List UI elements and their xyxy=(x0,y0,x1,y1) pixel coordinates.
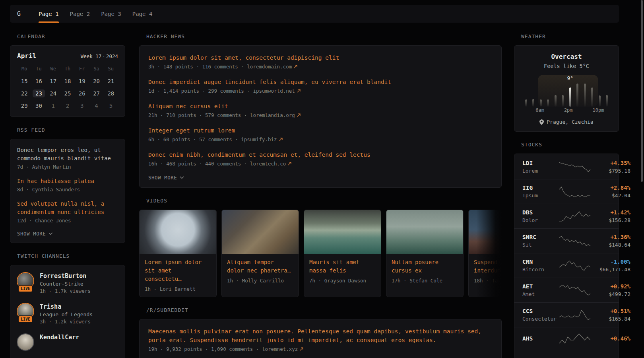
calendar-day[interactable]: 22 xyxy=(17,88,31,99)
hackernews-item-meta: 6h · 60 points · 57 comments · ipsumify.… xyxy=(148,136,493,142)
video-thumbnail[interactable] xyxy=(140,210,216,254)
hackernews-item-title[interactable]: Lorem ipsum dolor sit amet, consectetur … xyxy=(148,53,493,62)
video-card[interactable]: Aliquam tempor dolor nec pharetra… 1h · … xyxy=(221,210,299,297)
temperature-bar xyxy=(532,99,534,107)
hackernews-item-title[interactable]: Donec imperdiet augue tincidunt felis al… xyxy=(148,78,493,86)
video-card[interactable]: Suspendisse interdum diam 18h · Tara xyxy=(468,210,502,297)
external-link-icon[interactable] xyxy=(279,138,283,141)
meta-text: 16h · 468 points · 440 comments · loremt… xyxy=(148,161,286,167)
video-meta: 18h · Tara xyxy=(474,278,502,284)
calendar-day-number: 5 xyxy=(107,102,115,110)
video-title[interactable]: Aliquam tempor dolor nec pharetra… xyxy=(227,258,293,275)
video-thumbnail[interactable] xyxy=(469,210,502,254)
video-card[interactable]: Nullam posuere cursus ex 17h · Stefan Co… xyxy=(386,210,464,297)
calendar-day[interactable]: 29 xyxy=(17,100,31,111)
channel-name[interactable]: ForrestBurton xyxy=(40,272,91,280)
calendar-day-number: 22 xyxy=(18,90,31,97)
subreddit-post-title[interactable]: Maecenas mollis pulvinar erat non posuer… xyxy=(148,327,493,344)
page-tab[interactable]: Page 2 xyxy=(70,5,90,23)
stock-row[interactable]: AET Amet +0.92% $499.72 xyxy=(514,278,619,302)
calendar-day[interactable]: 30 xyxy=(31,100,46,111)
twitch-channel-row[interactable]: LIVE ForrestBurton Counter-Strike 1h · 1… xyxy=(17,272,118,294)
temperature-bar xyxy=(606,95,608,107)
external-link-icon[interactable] xyxy=(297,89,301,93)
video-meta: 1h · Molly Carrillo xyxy=(227,278,293,284)
calendar-widget: CALENDAR April Week 17·2024 Mo Tu We xyxy=(10,33,125,117)
video-card-body: Aliquam tempor dolor nec pharetra… 1h · … xyxy=(222,254,299,288)
twitch-channel-row[interactable]: KendallCarr xyxy=(17,334,118,350)
calendar-day[interactable]: 27 xyxy=(89,88,103,99)
scrollbar-thumb[interactable] xyxy=(641,0,643,182)
twitch-channel-row[interactable]: LIVE Trisha League of Legends 3h · 1.2k … xyxy=(17,303,118,325)
show-more-label: SHOW MORE xyxy=(148,175,177,181)
rss-item-title[interactable]: In hac habitasse platea xyxy=(17,177,118,185)
calendar-day[interactable]: 3 xyxy=(75,100,89,111)
calendar-day[interactable]: 2 xyxy=(60,100,75,111)
rss-show-more-button[interactable]: SHOW MORE xyxy=(17,231,118,237)
stock-row[interactable]: DBS Dolor +1.42% $156.28 xyxy=(514,204,619,228)
weather-location[interactable]: Prague, Czechia xyxy=(522,119,611,125)
external-link-icon[interactable] xyxy=(300,347,303,351)
hackernews-item-title[interactable]: Aliquam nec cursus elit xyxy=(148,102,493,111)
video-title[interactable]: Nullam posuere cursus ex xyxy=(392,258,458,275)
rss-widget: RSS FEED Donec tempor eros leo, ut commo… xyxy=(10,127,125,243)
calendar-day[interactable]: 25 xyxy=(60,88,75,99)
calendar-day[interactable]: 5 xyxy=(104,100,118,111)
video-title[interactable]: Mauris sit amet massa felis xyxy=(309,258,376,275)
page-tab[interactable]: Page 3 xyxy=(101,5,121,23)
calendar-day[interactable]: 4 xyxy=(89,100,103,111)
stock-row[interactable]: SNRC Sit +1.36% $148.64 xyxy=(514,228,619,253)
temperature-bar-slot xyxy=(603,95,611,107)
stock-row[interactable]: LDI Lorem +4.35% $795.18 xyxy=(514,155,619,179)
channel-name[interactable]: Trisha xyxy=(40,303,93,310)
temperature-bar xyxy=(576,84,578,107)
calendar-day[interactable]: 28 xyxy=(104,88,118,99)
external-link-icon[interactable] xyxy=(288,162,291,165)
video-thumbnail[interactable] xyxy=(304,210,381,254)
page-tab[interactable]: Page 4 xyxy=(132,5,153,23)
calendar-day[interactable]: 16 xyxy=(31,76,46,86)
hackernews-item-title[interactable]: Integer eget rutrum lorem xyxy=(148,126,493,135)
stock-row[interactable]: CCS Consectetur +0.51% $165.84 xyxy=(514,302,619,327)
video-card[interactable]: Lorem ipsum dolor sit amet consectetu… 1… xyxy=(139,210,217,297)
calendar-day-number: 30 xyxy=(33,102,45,110)
rss-item-title[interactable]: Donec tempor eros leo, ut commodo mauris… xyxy=(17,146,118,163)
rss-item: Donec tempor eros leo, ut commodo mauris… xyxy=(17,146,118,170)
page-tab[interactable]: Page 1 xyxy=(39,5,59,23)
calendar-day[interactable]: 1 xyxy=(46,100,60,111)
hackernews-item-title[interactable]: Donec enim nibh, condimentum et accumsan… xyxy=(148,150,493,159)
time-axis-label xyxy=(544,107,551,113)
time-axis-label xyxy=(586,107,593,113)
channel-name[interactable]: KendallCarr xyxy=(40,334,79,341)
stock-row[interactable]: CRN Bitcorn -1.00% $66,171.48 xyxy=(514,253,619,278)
video-thumbnail[interactable] xyxy=(386,210,463,254)
video-card[interactable]: Mauris sit amet massa felis 7h · Grayson… xyxy=(304,210,381,297)
external-link-icon[interactable] xyxy=(294,65,297,68)
calendar-day-number: 29 xyxy=(18,102,31,110)
calendar-day[interactable]: 23 xyxy=(31,88,46,99)
calendar-day[interactable]: 24 xyxy=(46,88,60,99)
stock-row[interactable]: AHS +0.46% xyxy=(514,327,619,350)
videos-label: VIDEOS xyxy=(146,198,502,204)
calendar-day[interactable]: 19 xyxy=(75,76,89,86)
video-title[interactable]: Suspendisse interdum diam xyxy=(474,258,502,275)
calendar-day[interactable]: 18 xyxy=(60,76,75,86)
stock-row[interactable]: IIG Ipsum +2.84% $42.04 xyxy=(514,179,619,204)
stock-id: DBS Dolor xyxy=(522,209,559,223)
calendar-day[interactable]: 26 xyxy=(75,88,89,99)
calendar-day[interactable]: 17 xyxy=(46,76,60,86)
rss-item-title[interactable]: Sed volutpat nulla nisl, a condimentum n… xyxy=(17,200,118,216)
calendar-day[interactable]: 21 xyxy=(104,76,118,86)
hackernews-show-more-button[interactable]: SHOW MORE xyxy=(148,175,493,181)
calendar-day-number: 25 xyxy=(62,90,74,97)
video-thumbnail[interactable] xyxy=(222,210,299,254)
external-link-icon[interactable] xyxy=(297,113,301,117)
meta-text: 19h · 9,932 points · 1,090 comments · lo… xyxy=(148,346,298,352)
app-logo[interactable]: G xyxy=(10,5,28,23)
calendar-month: April xyxy=(17,52,36,60)
top-nav: G Page 1 Page 2 Page 3 Page 4 xyxy=(10,5,619,23)
calendar-day[interactable]: 20 xyxy=(89,76,103,86)
video-title[interactable]: Lorem ipsum dolor sit amet consectetu… xyxy=(145,258,211,283)
calendar-day-number: 23 xyxy=(33,90,45,97)
calendar-day[interactable]: 15 xyxy=(17,76,31,86)
